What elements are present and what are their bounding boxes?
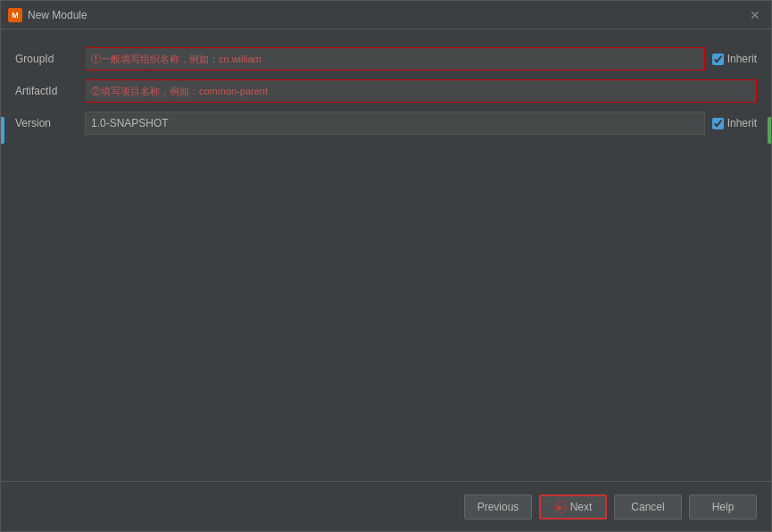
- app-icon: M: [8, 8, 22, 22]
- version-inherit-label: Inherit: [727, 117, 757, 129]
- version-input[interactable]: [85, 112, 705, 135]
- groupid-inherit-group: Inherit: [712, 53, 757, 65]
- next-button[interactable]: ▶ Next: [539, 495, 607, 520]
- dialog-title: New Module: [28, 9, 87, 21]
- groupid-inherit-checkbox[interactable]: [712, 54, 724, 65]
- cancel-button[interactable]: Cancel: [614, 495, 682, 520]
- content-area: GroupId Inherit ArtifactId Version: [1, 29, 771, 481]
- groupid-label: GroupId: [15, 53, 78, 65]
- artifactid-label: ArtifactId: [15, 85, 78, 97]
- version-input-container: Inherit: [85, 112, 757, 135]
- version-inherit-checkbox[interactable]: [712, 118, 724, 129]
- title-bar-left: M New Module: [8, 8, 87, 22]
- groupid-row: GroupId Inherit: [15, 47, 757, 71]
- groupid-input[interactable]: [85, 47, 705, 71]
- version-label: Version: [15, 117, 78, 129]
- version-row: Version Inherit: [15, 112, 757, 135]
- artifactid-row: ArtifactId: [15, 79, 757, 103]
- sidebar-accent-right: [768, 117, 771, 144]
- sidebar-accent-left: [1, 117, 4, 144]
- groupid-inherit-label: Inherit: [727, 53, 757, 65]
- groupid-input-container: Inherit: [85, 47, 757, 71]
- close-button[interactable]: ✕: [746, 6, 764, 24]
- artifactid-input[interactable]: [85, 79, 757, 103]
- footer-area: Previous ▶ Next Cancel Help: [1, 481, 771, 531]
- title-bar: M New Module ✕: [1, 1, 771, 29]
- new-module-dialog: M New Module ✕ GroupId Inherit ArtifactI…: [0, 0, 772, 532]
- previous-button[interactable]: Previous: [464, 495, 532, 520]
- next-circle-icon: ▶: [554, 501, 567, 513]
- help-button[interactable]: Help: [689, 495, 757, 520]
- version-inherit-group: Inherit: [712, 117, 757, 129]
- artifactid-input-container: [85, 79, 757, 103]
